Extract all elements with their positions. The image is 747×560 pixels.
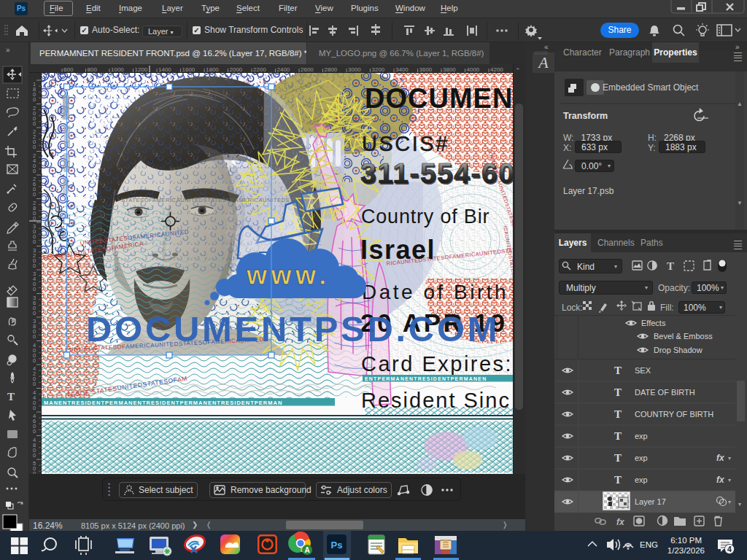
svg-text:4400: 4400 — [33, 389, 36, 411]
svg-text:STATESOFAMERICAUNITEDSTATESOFA: STATESOFAMERICAUNITEDSTATESOFAMERICAUNIT… — [121, 197, 297, 203]
svg-text:5000: 5000 — [33, 460, 36, 474]
svg-text:▾: ▾ — [728, 499, 731, 505]
svg-text:2400: 2400 — [33, 152, 36, 174]
svg-text:Date of Birth: Date of Birth — [362, 281, 508, 303]
svg-text:4200: 4200 — [490, 66, 503, 73]
svg-text:3200: 3200 — [33, 247, 36, 269]
svg-text:1200: 1200 — [135, 66, 148, 73]
svg-text:Ps: Ps — [331, 540, 343, 551]
svg-text:fx: fx — [716, 475, 725, 485]
svg-text:2800: 2800 — [325, 66, 338, 73]
svg-text:6:10 PM: 6:10 PM — [670, 536, 702, 545]
svg-text:3200: 3200 — [372, 66, 385, 73]
svg-text:T: T — [614, 452, 622, 464]
svg-text:800: 800 — [88, 66, 98, 73]
svg-text:ENG: ENG — [640, 540, 658, 549]
svg-text:Card Expires:: Card Expires: — [361, 352, 513, 376]
svg-text:3800: 3800 — [443, 66, 456, 73]
svg-text:2600: 2600 — [301, 66, 314, 73]
svg-text:2400: 2400 — [277, 66, 290, 73]
svg-text:fx: fx — [716, 453, 725, 463]
svg-text:2000: 2000 — [33, 105, 36, 127]
svg-text:3000: 3000 — [33, 223, 36, 245]
svg-text:T: T — [7, 391, 15, 402]
svg-text:3400: 3400 — [33, 271, 36, 292]
svg-text:T: T — [614, 386, 622, 398]
svg-text:4000: 4000 — [467, 66, 480, 73]
svg-text:MANENTRESIDENTPERMANENTRESIDEN: MANENTRESIDENTPERMANENTRESIDENTPERMANENT… — [44, 400, 282, 406]
svg-text:DOCUMEN: DOCUMEN — [365, 83, 513, 114]
svg-text:600: 600 — [63, 66, 74, 73]
svg-text:A: A — [304, 546, 309, 554]
svg-text:2200: 2200 — [33, 128, 36, 150]
svg-text:1400: 1400 — [158, 66, 171, 73]
svg-text:Israel: Israel — [360, 235, 436, 265]
svg-text:3600: 3600 — [33, 295, 36, 316]
svg-text:T: T — [614, 474, 622, 486]
svg-text:T: T — [614, 365, 622, 376]
svg-text:2800: 2800 — [33, 200, 36, 222]
svg-text:1800: 1800 — [206, 66, 219, 73]
svg-text:3800: 3800 — [33, 318, 36, 340]
svg-text:USCIS#: USCIS# — [362, 132, 449, 155]
svg-text:DOCUMENTPSD.COM: DOCUMENTPSD.COM — [86, 309, 500, 349]
svg-text:3400: 3400 — [395, 66, 409, 73]
svg-text:T: T — [614, 430, 622, 442]
svg-text:1000: 1000 — [111, 66, 124, 73]
svg-text:fx: fx — [616, 517, 625, 527]
svg-text:1800: 1800 — [33, 81, 36, 103]
svg-text:T: T — [614, 408, 622, 420]
svg-text:2600: 2600 — [33, 176, 36, 198]
svg-text:4600: 4600 — [33, 413, 36, 435]
svg-text:2000: 2000 — [230, 66, 243, 73]
svg-text:T: T — [667, 260, 674, 272]
svg-text:ENTPERMANENTRESIDENTPERMANEN: ENTPERMANENTRESIDENTPERMANEN — [365, 376, 487, 381]
svg-text:▾: ▾ — [728, 455, 731, 462]
svg-text:▾: ▾ — [738, 501, 741, 508]
svg-text:4000: 4000 — [33, 342, 36, 364]
svg-text:2200: 2200 — [253, 66, 266, 73]
svg-text:www.: www. — [246, 260, 330, 290]
svg-text:3600: 3600 — [419, 66, 433, 73]
svg-text:4: 4 — [727, 545, 732, 553]
svg-text:Country of Bir: Country of Bir — [361, 206, 489, 228]
svg-text:311-554-60: 311-554-60 — [360, 158, 513, 189]
svg-text:4200: 4200 — [33, 365, 36, 387]
svg-text:1600: 1600 — [182, 66, 196, 73]
svg-text:1/23/2026: 1/23/2026 — [667, 546, 705, 555]
svg-text:3000: 3000 — [348, 66, 361, 73]
svg-text:▾: ▾ — [728, 477, 731, 483]
svg-text:4800: 4800 — [33, 437, 36, 459]
